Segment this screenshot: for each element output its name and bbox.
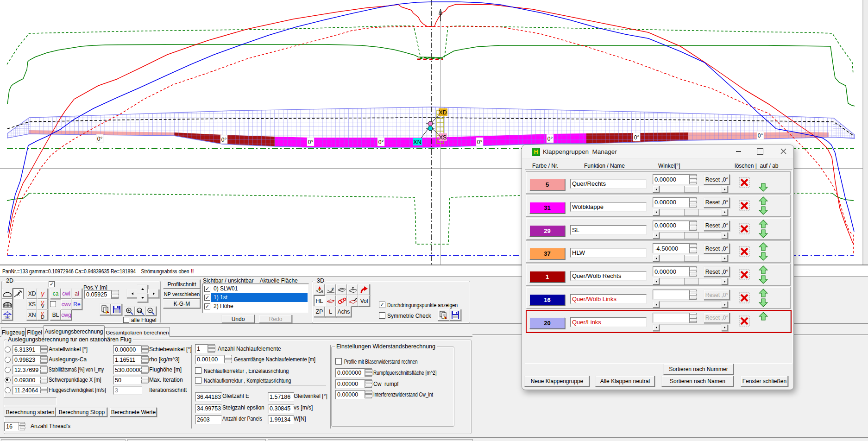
svg-text:0°: 0° — [308, 139, 314, 145]
svg-text:0°: 0° — [378, 139, 384, 145]
svg-text:XS: XS — [439, 134, 447, 141]
svg-text:α: α — [332, 286, 334, 290]
svg-text:0°: 0° — [634, 134, 640, 141]
svg-text:0°: 0° — [477, 139, 483, 145]
svg-text:0°: 0° — [221, 137, 227, 143]
svg-text:1:1: 1:1 — [138, 309, 142, 312]
svg-text:0°: 0° — [547, 136, 553, 142]
svg-text:0°: 0° — [97, 136, 103, 142]
svg-text:XD: XD — [439, 109, 447, 116]
svg-text:0°: 0° — [758, 132, 763, 139]
svg-text:XN: XN — [413, 139, 421, 145]
